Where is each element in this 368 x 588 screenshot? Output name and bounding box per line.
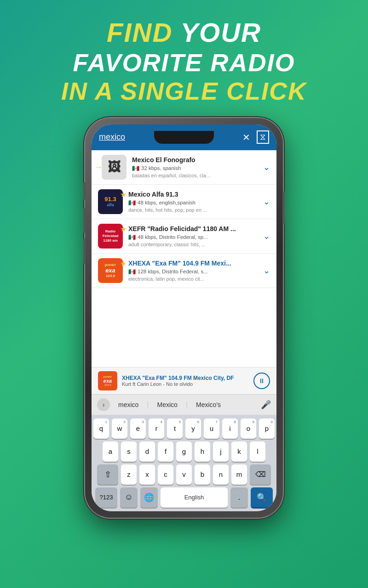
volume-up-button bbox=[83, 208, 86, 233]
now-playing-logo: ponte! exa 104.9 bbox=[98, 371, 117, 390]
radio-tags-4: electronica, latin pop, mexico cit... bbox=[128, 276, 259, 282]
keyboard-row-1: 1q 2w 3e 4r 5t 6y 7u 8i 9o 0p bbox=[93, 418, 275, 439]
search-close-button[interactable]: ✕ bbox=[242, 132, 250, 143]
suggestions-bar: › mexico | Mexico | Mexico's 🎤 bbox=[92, 394, 276, 415]
key-d[interactable]: d bbox=[139, 441, 155, 462]
radio-logo-exa: ponte! exa 104.9 bbox=[98, 258, 123, 283]
expand-button-2[interactable]: ⌄ bbox=[263, 197, 270, 207]
radio-info-1: Mexico El Fonografo 32 kbps, spanish bal… bbox=[132, 156, 259, 178]
radio-logo-fonografo bbox=[102, 155, 126, 180]
key-y[interactable]: 6y bbox=[185, 418, 201, 439]
keyboard-row-2: a s d f g h j k l bbox=[93, 441, 275, 462]
screen-content: mexico ✕ ⧖ → Mexico El Fonografo 32 kbps… bbox=[92, 124, 276, 511]
key-x[interactable]: x bbox=[139, 464, 155, 485]
phone-notch bbox=[154, 131, 214, 144]
radio-name-4: XHEXA "Exa FM" 104.9 FM Mexi... bbox=[128, 260, 259, 267]
key-f[interactable]: f bbox=[158, 441, 173, 462]
headline: Find your favorite radio in a single cli… bbox=[61, 17, 307, 105]
radio-name-2: Mexico Alfa 91.3 bbox=[128, 191, 259, 198]
key-h[interactable]: h bbox=[195, 441, 210, 462]
expand-button-1[interactable]: ⌄ bbox=[263, 162, 270, 172]
suggestion-1[interactable]: mexico bbox=[114, 401, 143, 408]
key-s[interactable]: s bbox=[121, 441, 137, 462]
key-o[interactable]: 9o bbox=[241, 418, 256, 439]
star-icon-4: ★ bbox=[120, 259, 126, 268]
now-playing-track: Kurt ft Carin Leon - No te olvido bbox=[122, 381, 249, 387]
key-z[interactable]: z bbox=[121, 464, 137, 485]
phone-screen: mexico ✕ ⧖ → Mexico El Fonografo 32 kbps… bbox=[92, 124, 276, 511]
backspace-key[interactable]: ⌫ bbox=[250, 464, 271, 485]
key-u[interactable]: 7u bbox=[204, 418, 219, 439]
mute-button bbox=[83, 182, 86, 200]
key-b[interactable]: b bbox=[195, 464, 210, 485]
phone-mockup: mexico ✕ ⧖ → Mexico El Fonografo 32 kbps… bbox=[85, 118, 283, 518]
keyboard-row-4: ?123 ☺ 🌐 English . 🔍 bbox=[93, 487, 275, 508]
radio-info-4: XHEXA "Exa FM" 104.9 FM Mexi... 128 kbps… bbox=[128, 260, 259, 282]
headline-your: your bbox=[172, 17, 261, 47]
now-playing-bar[interactable]: ponte! exa 104.9 XHEXA "Exa FM" 104.9 FM… bbox=[92, 367, 276, 394]
period-key[interactable]: . bbox=[230, 487, 248, 508]
radio-tags-2: dance, hits, hot hits, pop, pop en ... bbox=[128, 207, 259, 213]
key-c[interactable]: c bbox=[158, 464, 173, 485]
key-w[interactable]: 2w bbox=[112, 418, 127, 439]
radio-logo-felicidad: RadioFelicidad1180 am bbox=[98, 224, 123, 249]
expand-button-3[interactable]: ⌄ bbox=[263, 231, 270, 241]
pause-button[interactable]: ⏸ bbox=[253, 373, 270, 389]
radio-tags-1: baladas en español, clasicos, cla... bbox=[132, 173, 259, 178]
flag-icon-3 bbox=[128, 234, 136, 241]
globe-key[interactable]: 🌐 bbox=[140, 487, 158, 508]
star-icon-3: ★ bbox=[120, 225, 126, 233]
radio-meta-4: 128 kbps, Distrito Federal, s... bbox=[128, 268, 259, 275]
suggestions-expand-button[interactable]: › bbox=[97, 398, 110, 411]
keyboard-row-3: ⇧ z x c v b n m ⌫ bbox=[93, 464, 275, 485]
key-k[interactable]: k bbox=[231, 441, 247, 462]
search-timer-icon[interactable]: ⧖ bbox=[257, 130, 269, 144]
suggestion-3[interactable]: Mexico's bbox=[191, 401, 225, 408]
search-submit-key[interactable]: 🔍 bbox=[251, 487, 273, 508]
radio-meta-1: 32 kbps, spanish bbox=[132, 165, 259, 172]
radio-info-3: XEFR "Radio Felicidad" 1180 AM ... 48 kb… bbox=[128, 225, 259, 247]
mic-icon[interactable]: 🎤 bbox=[261, 400, 271, 410]
key-j[interactable]: j bbox=[213, 441, 229, 462]
key-l[interactable]: l bbox=[250, 441, 265, 462]
key-r[interactable]: 4r bbox=[149, 418, 164, 439]
radio-info-2: Mexico Alfa 91.3 48 kbps, english,spanis… bbox=[128, 191, 259, 213]
headline-line2: favorite radio bbox=[61, 48, 307, 77]
volume-down-button bbox=[83, 238, 86, 264]
flag-icon-2 bbox=[128, 199, 136, 206]
radio-meta-2: 48 kbps, english,spanish bbox=[128, 199, 259, 206]
key-p[interactable]: 0p bbox=[259, 418, 275, 439]
keyboard: 1q 2w 3e 4r 5t 6y 7u 8i 9o 0p a s d f bbox=[92, 415, 276, 511]
radio-item-4[interactable]: ponte! exa 104.9 ★ XHEXA "Exa FM" 104.9 … bbox=[92, 254, 276, 288]
shift-key[interactable]: ⇧ bbox=[97, 464, 118, 485]
headline-line3: in a single click bbox=[61, 77, 307, 105]
flag-icon-4 bbox=[128, 268, 136, 275]
suggestion-2[interactable]: Mexico bbox=[153, 401, 182, 408]
radio-item-2[interactable]: 91.3 alfa ★ Mexico Alfa 91.3 48 kbps, en… bbox=[92, 185, 276, 219]
radio-name-3: XEFR "Radio Felicidad" 1180 AM ... bbox=[128, 225, 259, 232]
radio-item-1[interactable]: → Mexico El Fonografo 32 kbps, spanish b… bbox=[92, 150, 276, 185]
emoji-key[interactable]: ☺ bbox=[120, 487, 138, 508]
now-playing-title: XHEXA "Exa FM" 104.9 FM Mexico City, DF bbox=[122, 375, 249, 381]
radio-list: → Mexico El Fonografo 32 kbps, spanish b… bbox=[92, 150, 276, 367]
radio-item-3[interactable]: RadioFelicidad1180 am ★ XEFR "Radio Feli… bbox=[92, 219, 276, 254]
key-n[interactable]: n bbox=[213, 464, 229, 485]
key-i[interactable]: 8i bbox=[222, 418, 238, 439]
key-q[interactable]: 1q bbox=[93, 418, 109, 439]
expand-button-4[interactable]: ⌄ bbox=[263, 266, 270, 276]
radio-name-1: Mexico El Fonografo bbox=[132, 156, 259, 164]
key-a[interactable]: a bbox=[103, 441, 118, 462]
key-m[interactable]: m bbox=[231, 464, 247, 485]
headline-find: Find bbox=[107, 17, 172, 47]
radio-logo-alfa: 91.3 alfa bbox=[98, 189, 123, 214]
power-button bbox=[282, 192, 285, 224]
space-key[interactable]: English bbox=[161, 487, 228, 508]
key-v[interactable]: v bbox=[176, 464, 192, 485]
num-switch-key[interactable]: ?123 bbox=[95, 487, 117, 508]
now-playing-info: XHEXA "Exa FM" 104.9 FM Mexico City, DF … bbox=[122, 375, 249, 387]
radio-tags-3: adult contemporary, classic hits, ... bbox=[128, 242, 259, 247]
star-icon-2: ★ bbox=[120, 190, 126, 199]
key-g[interactable]: g bbox=[176, 441, 192, 462]
key-t[interactable]: 5t bbox=[167, 418, 183, 439]
key-e[interactable]: 3e bbox=[130, 418, 146, 439]
